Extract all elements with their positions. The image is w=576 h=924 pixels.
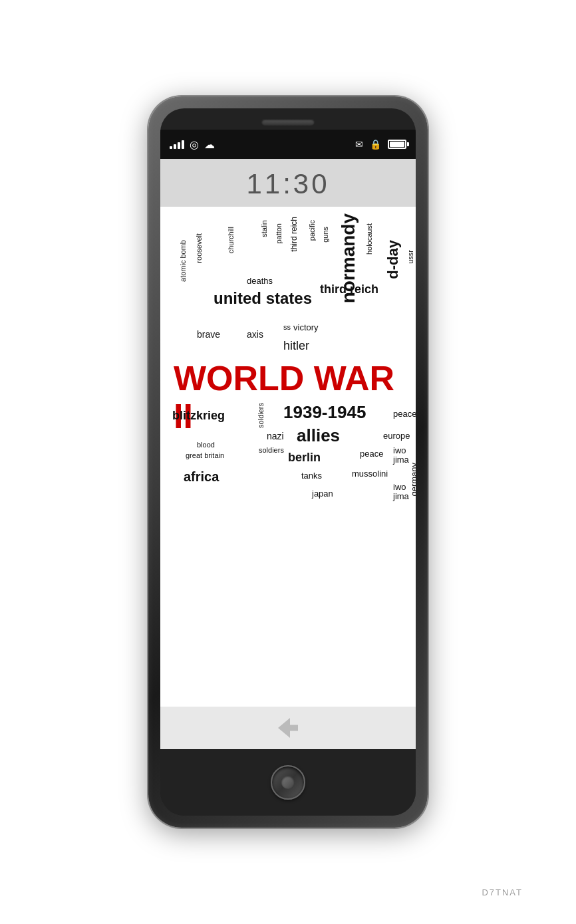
word-holocaust: holocaust: [365, 223, 373, 255]
phone-device: ◎ ☁ ✉ 🔒 11:30 atomic bomb: [148, 96, 428, 828]
word-allies: allies: [297, 426, 340, 445]
screen: 11:30 atomic bomb roosevelt churchill st…: [160, 159, 416, 749]
word-deaths: deaths: [247, 277, 273, 286]
word-roosevelt: roosevelt: [195, 233, 203, 263]
word-axis: axis: [247, 330, 263, 340]
home-button-inner: [281, 776, 295, 789]
time-text: 11:30: [246, 168, 329, 199]
home-button[interactable]: [271, 765, 305, 800]
word-cloud-area: atomic bomb roosevelt churchill stalin p…: [160, 207, 416, 707]
word-stalin: stalin: [260, 220, 268, 237]
time-display: 11:30: [160, 159, 416, 207]
phone-inner: ◎ ☁ ✉ 🔒 11:30 atomic bomb: [160, 108, 416, 816]
word-atomic-bomb: atomic bomb: [179, 240, 187, 282]
word-blood: blood: [197, 441, 215, 449]
word-japan: japan: [312, 489, 333, 499]
watermark: D7TNAT: [482, 887, 523, 897]
battery-fill: [390, 142, 404, 147]
status-right: ✉ 🔒: [355, 139, 406, 150]
word-victory: victory: [293, 323, 319, 332]
word-africa: africa: [184, 469, 219, 484]
word-mussolini: mussolini: [352, 469, 388, 479]
word-brave: brave: [197, 330, 220, 340]
word-peace-2: peace: [360, 449, 383, 459]
word-blitzkrieg: blitzkrieg: [172, 409, 225, 423]
home-area: [160, 749, 416, 816]
wifi-icon: ◎: [190, 138, 199, 151]
word-tanks: tanks: [301, 471, 322, 481]
word-united-states: united states: [214, 290, 312, 307]
word-berlin: berlin: [288, 451, 321, 465]
word-great-britain: great britain: [186, 451, 224, 459]
word-iwo-jima-2: iwo jima: [393, 483, 416, 502]
word-ussr: ussr: [406, 250, 414, 264]
email-icon: ✉: [355, 139, 363, 150]
swipe-area[interactable]: [160, 707, 416, 749]
word-europe: europe: [383, 431, 410, 441]
word-pacific: pacific: [308, 220, 316, 241]
lock-icon: 🔒: [370, 139, 381, 150]
word-world-war-ii: WORLD WAR II: [174, 360, 416, 435]
battery-icon: [388, 140, 406, 149]
word-soldiers-2: soldiers: [259, 446, 284, 454]
status-left: ◎ ☁: [170, 138, 215, 151]
word-third-reich: third reich: [290, 217, 299, 252]
cloud-icon: ☁: [204, 138, 215, 151]
word-churchill: churchill: [227, 227, 235, 253]
speaker: [261, 119, 315, 126]
word-1939-1945: 1939-1945: [283, 403, 366, 422]
word-soldiers-vert: soldiers: [257, 403, 265, 428]
word-ss: ss: [283, 323, 291, 331]
word-guns: guns: [321, 227, 329, 243]
word-third-reich-h: third reich: [320, 283, 378, 296]
signal-bars-icon: [170, 140, 184, 149]
word-nazi: nazi: [267, 431, 284, 441]
word-peace-1: peace: [393, 409, 416, 419]
word-d-day: d-day: [385, 240, 401, 279]
status-bar: ◎ ☁ ✉ 🔒: [160, 130, 416, 159]
swipe-arrow-icon: [278, 718, 298, 738]
word-hitler: hitler: [283, 340, 309, 353]
word-patton: patton: [275, 223, 283, 244]
